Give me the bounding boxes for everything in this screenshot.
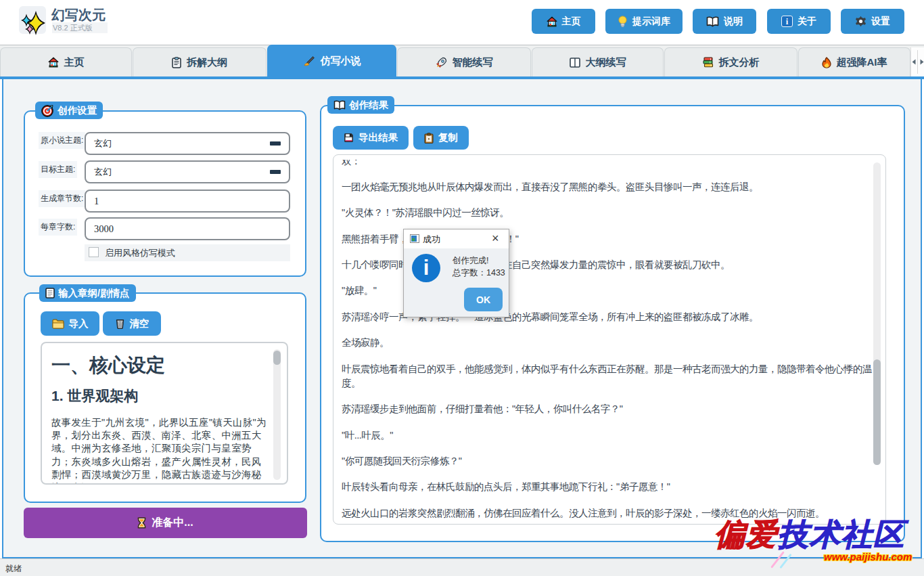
svg-text:i: i bbox=[786, 17, 789, 26]
